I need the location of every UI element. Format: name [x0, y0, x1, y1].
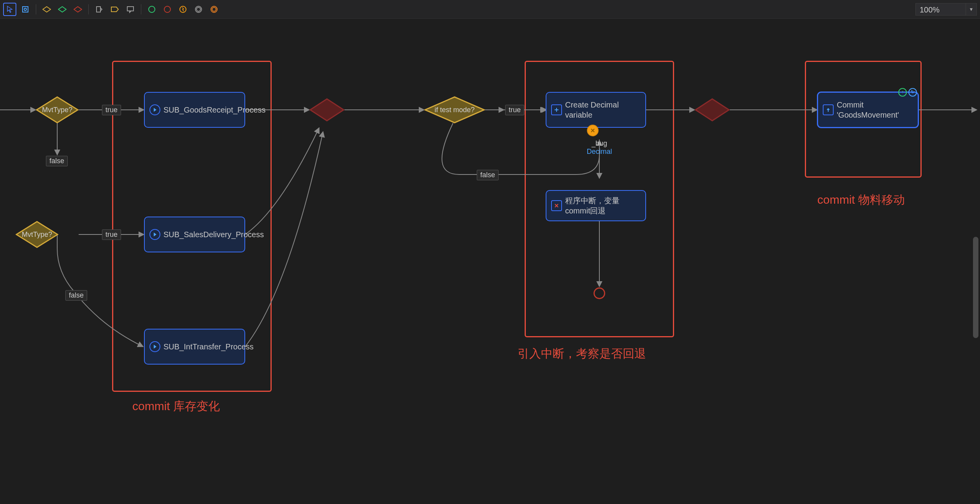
toolbar-separator [88, 4, 89, 14]
svg-point-11 [197, 7, 200, 11]
decision-mvttype-1[interactable]: MvtType? [36, 96, 79, 123]
activity-label: Create Decimal variable [565, 100, 640, 120]
variable-icon [551, 104, 562, 115]
comment-tool[interactable] [124, 3, 137, 16]
svg-marker-29 [695, 99, 729, 121]
intermediate-event-tool[interactable] [192, 3, 205, 16]
tag-tool[interactable] [108, 3, 121, 16]
svg-point-13 [212, 7, 216, 11]
decision-red-tool[interactable] [71, 3, 84, 16]
svg-point-1 [24, 8, 26, 11]
error-boundary-event-icon[interactable] [587, 125, 599, 136]
annotation-label-2: 引入中断，考察是否回退 [518, 346, 646, 362]
end-error-event[interactable] [594, 287, 605, 299]
svg-point-7 [149, 6, 155, 12]
decision-label: if test mode? [424, 96, 485, 123]
pointer-tool[interactable] [3, 3, 16, 16]
frame-tool[interactable] [19, 3, 32, 16]
toolbar: 100% ▼ [0, 0, 980, 19]
container-tool[interactable] [93, 3, 106, 16]
svg-rect-6 [127, 7, 133, 11]
upload-badge-icon: ↑ [898, 88, 907, 97]
activity-label: Commit 'GoodsMovement' [837, 100, 912, 120]
output-port-bug: _bug Decimal [584, 139, 615, 156]
error-activity-icon [551, 200, 562, 211]
subprocess-icon [149, 229, 160, 240]
intermediate-event-orange-tool[interactable] [207, 3, 221, 16]
activity-int-transfer[interactable]: SUB_IntTransfer_Process [144, 329, 245, 365]
activity-label: SUB_GoodsReceipt_Process [163, 105, 265, 115]
edge-label-d2-true: true [102, 229, 121, 240]
edge-label-d3-true: true [505, 105, 524, 115]
svg-marker-2 [43, 7, 51, 12]
svg-marker-3 [58, 7, 66, 12]
refresh-badge-icon: ↻ [908, 88, 917, 97]
port-name: _bug [584, 139, 615, 148]
svg-rect-5 [97, 7, 100, 12]
activity-label: SUB_IntTransfer_Process [163, 342, 254, 352]
annotation-label-1: commit 库存变化 [132, 398, 220, 414]
toolbar-separator [36, 4, 36, 14]
activity-label: 程序中断，变量commit回退 [565, 196, 640, 216]
commit-icon [823, 104, 834, 115]
annotation-label-3: commit 物料移动 [817, 192, 905, 208]
error-event-tool[interactable] [176, 3, 190, 16]
subprocess-icon [149, 104, 160, 115]
svg-marker-4 [74, 7, 82, 12]
activity-create-decimal[interactable]: Create Decimal variable [546, 92, 646, 128]
decision-mvttype-2[interactable]: MvtType? [16, 221, 58, 248]
merge-node-2[interactable] [695, 98, 730, 122]
edge-label-d2-false: false [65, 290, 87, 301]
decision-green-tool[interactable] [56, 3, 69, 16]
svg-point-8 [164, 6, 170, 12]
edge-label-d1-true: true [102, 105, 121, 115]
zoom-value[interactable]: 100% [915, 3, 966, 16]
start-event-tool[interactable] [145, 3, 158, 16]
vertical-scrollbar[interactable] [973, 237, 978, 338]
activity-commit-goodsmovement[interactable]: Commit 'GoodsMovement' ↑ ↻ [817, 92, 919, 128]
toolbar-separator [141, 4, 141, 14]
activity-label: SUB_SalesDelivery_Process [163, 229, 264, 240]
subprocess-icon [149, 341, 160, 352]
decision-label: MvtType? [16, 221, 58, 248]
workflow-canvas[interactable]: commit 库存变化 引入中断，考察是否回退 commit 物料移动 [0, 19, 980, 504]
zoom-dropdown-button[interactable]: ▼ [966, 3, 977, 16]
zoom-control: 100% ▼ [915, 3, 977, 16]
edge-label-d1-false: false [46, 156, 68, 166]
activity-sales-delivery[interactable]: SUB_SalesDelivery_Process [144, 217, 245, 252]
port-type: Decimal [584, 148, 615, 156]
merge-node-1[interactable] [309, 98, 344, 122]
decision-label: MvtType? [36, 96, 79, 123]
activity-goods-receipt[interactable]: SUB_GoodsReceipt_Process [144, 92, 245, 128]
svg-rect-0 [23, 7, 28, 12]
activity-interrupt-rollback[interactable]: 程序中断，变量commit回退 [546, 190, 646, 221]
end-event-tool[interactable] [161, 3, 174, 16]
decision-testmode[interactable]: if test mode? [424, 96, 485, 123]
edge-label-d3-false: false [477, 170, 499, 180]
decision-yellow-tool[interactable] [40, 3, 53, 16]
svg-marker-28 [310, 99, 344, 121]
